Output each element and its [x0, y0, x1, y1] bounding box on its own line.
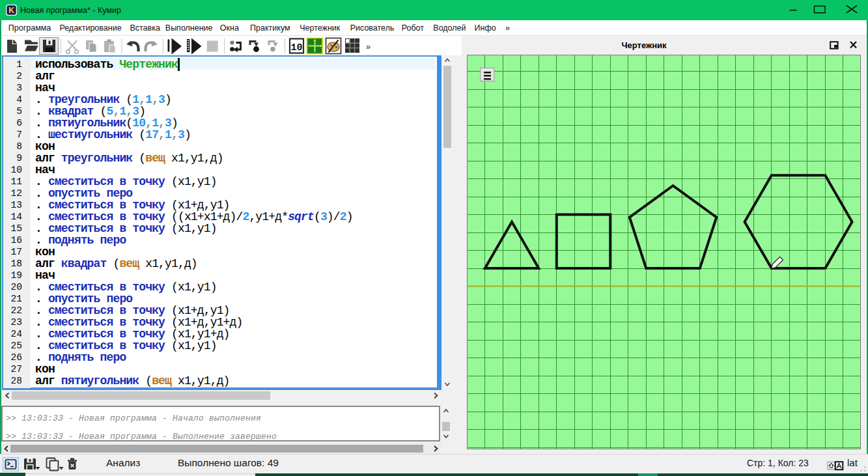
svg-text:»: »: [366, 42, 371, 51]
svg-text:K: K: [8, 6, 14, 15]
svg-text:10: 10: [290, 42, 302, 53]
